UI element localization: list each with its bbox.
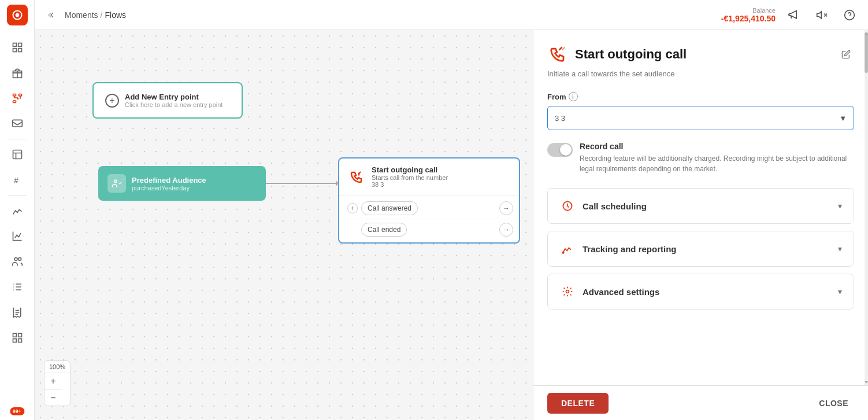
- svg-rect-8: [13, 94, 16, 96]
- breadcrumb-current: Flows: [105, 10, 126, 20]
- advanced-settings-header[interactable]: Advanced settings ▾: [548, 274, 854, 309]
- call-node-header: Start outgoing call Starts call from the…: [339, 159, 519, 195]
- help-icon[interactable]: [840, 6, 859, 24]
- main-wrapper: Moments / Flows Balance -€1,925,410.50: [35, 0, 868, 420]
- svg-rect-16: [13, 334, 16, 337]
- record-call-text: Record call Recording feature will be ad…: [580, 142, 854, 174]
- audience-text: Predefined Audience purchasedYesterday: [132, 176, 206, 191]
- advanced-icon: [559, 283, 576, 300]
- panel-title-row: Start outgoing call: [547, 44, 854, 65]
- svg-rect-17: [18, 334, 21, 337]
- svg-point-27: [566, 290, 569, 293]
- add-branch-answered[interactable]: +: [347, 203, 358, 213]
- output-answered[interactable]: + Call answered →: [339, 198, 519, 219]
- advanced-settings-chevron: ▾: [838, 287, 842, 296]
- svg-point-26: [562, 252, 564, 253]
- connector-arrow: [266, 183, 341, 184]
- toggle-knob: [560, 144, 572, 156]
- right-panel: Start outgoing call Initiate a call towa…: [533, 30, 868, 420]
- from-info-icon[interactable]: i: [569, 92, 578, 101]
- entry-point-node[interactable]: + Add New Entry point Click here to add …: [92, 82, 243, 119]
- gift-icon[interactable]: [6, 61, 29, 84]
- chart-icon[interactable]: [6, 224, 29, 248]
- call-scheduling-header[interactable]: Call scheduling ▾: [548, 189, 854, 223]
- dashboard-icon[interactable]: [6, 36, 29, 59]
- sidebar: # 99+: [0, 0, 35, 420]
- volume-icon[interactable]: [813, 6, 831, 24]
- entry-point-subtitle: Click here to add a new entry point: [125, 101, 222, 108]
- delete-button[interactable]: DELETE: [547, 393, 609, 414]
- scrollbar-track: [865, 30, 868, 385]
- svg-rect-5: [18, 49, 21, 52]
- call-node[interactable]: Start outgoing call Starts call from the…: [338, 157, 520, 244]
- advanced-settings-title: Advanced settings: [583, 287, 831, 297]
- edit-title-button[interactable]: [838, 46, 854, 62]
- from-value: 3 3: [555, 114, 565, 123]
- from-label: From i: [547, 92, 854, 101]
- tracking-reporting-header[interactable]: Tracking and reporting ▾: [548, 231, 854, 266]
- topbar: Moments / Flows Balance -€1,925,410.50: [35, 0, 868, 30]
- svg-rect-4: [13, 49, 16, 52]
- call-scheduling-chevron: ▾: [838, 201, 842, 211]
- audience-icon: [107, 174, 126, 193]
- audience-node[interactable]: Predefined Audience purchasedYesterday: [98, 166, 266, 201]
- from-label-text: From: [547, 93, 566, 101]
- flow-canvas[interactable]: + Add New Entry point Click here to add …: [35, 30, 533, 420]
- receipt-icon[interactable]: [6, 301, 29, 324]
- scroll-up-arrow[interactable]: [865, 30, 868, 36]
- call-node-text: Start outgoing call Starts call from the…: [372, 165, 448, 188]
- output-ended[interactable]: Call ended →: [339, 219, 519, 240]
- zoom-out-button[interactable]: −: [44, 389, 62, 406]
- analytics-icon[interactable]: [6, 199, 29, 222]
- call-outputs: + Call answered → Call ended: [339, 195, 519, 242]
- svg-rect-12: [13, 150, 21, 159]
- chevron-down-icon: ▼: [839, 114, 847, 123]
- svg-point-14: [14, 257, 17, 260]
- megaphone-icon[interactable]: [785, 6, 803, 24]
- output-ended-pill: Call ended: [361, 223, 407, 237]
- notification-badge: 99+: [10, 407, 24, 415]
- balance-label: Balance: [721, 7, 776, 14]
- svg-rect-18: [13, 339, 16, 342]
- call-node-number: 38 3: [372, 181, 448, 188]
- advanced-settings-accordion: Advanced settings ▾: [547, 274, 854, 310]
- call-node-title: Start outgoing call: [372, 165, 448, 174]
- output-answered-arrow[interactable]: →: [499, 201, 513, 215]
- zoom-in-button[interactable]: +: [44, 373, 62, 389]
- output-ended-arrow[interactable]: →: [499, 223, 513, 237]
- record-call-title: Record call: [580, 142, 854, 151]
- logo-button[interactable]: [7, 5, 28, 25]
- from-dropdown[interactable]: 3 3 ▼: [547, 106, 854, 130]
- panel-footer: DELETE CLOSE: [533, 385, 868, 420]
- output-ended-label: Call ended: [368, 226, 400, 234]
- people-icon[interactable]: [6, 250, 29, 273]
- output-left-ended: Call ended: [347, 223, 407, 237]
- call-scheduling-title: Call scheduling: [583, 201, 831, 211]
- svg-rect-11: [12, 120, 22, 127]
- entry-point-title: Add New Entry point: [125, 93, 222, 101]
- call-node-subtitle: Starts call from the number: [372, 174, 448, 181]
- svg-rect-2: [13, 43, 16, 47]
- call-node-icon: [347, 168, 366, 186]
- close-button[interactable]: CLOSE: [813, 393, 854, 414]
- scroll-down-arrow[interactable]: [865, 380, 868, 385]
- divider: [8, 139, 27, 139]
- record-call-row: Record call Recording feature will be ad…: [547, 142, 854, 174]
- content-area: + Add New Entry point Click here to add …: [35, 30, 868, 420]
- scrollbar-thumb[interactable]: [865, 32, 868, 73]
- record-call-toggle[interactable]: [547, 143, 573, 157]
- output-answered-label: Call answered: [368, 204, 411, 212]
- grid-icon[interactable]: [6, 326, 29, 349]
- tag-icon[interactable]: #: [6, 168, 29, 191]
- divider2: [8, 195, 27, 196]
- output-left-answered: + Call answered: [347, 201, 418, 215]
- collapse-button[interactable]: [44, 7, 60, 23]
- message-icon[interactable]: [6, 112, 29, 135]
- list-icon[interactable]: [6, 275, 29, 299]
- breadcrumb-parent[interactable]: Moments: [65, 10, 98, 20]
- template-icon[interactable]: [6, 143, 29, 166]
- svg-rect-19: [18, 339, 21, 342]
- zoom-percent: 100%: [44, 361, 70, 373]
- panel-title: Start outgoing call: [575, 47, 831, 62]
- flows-icon[interactable]: [6, 87, 29, 110]
